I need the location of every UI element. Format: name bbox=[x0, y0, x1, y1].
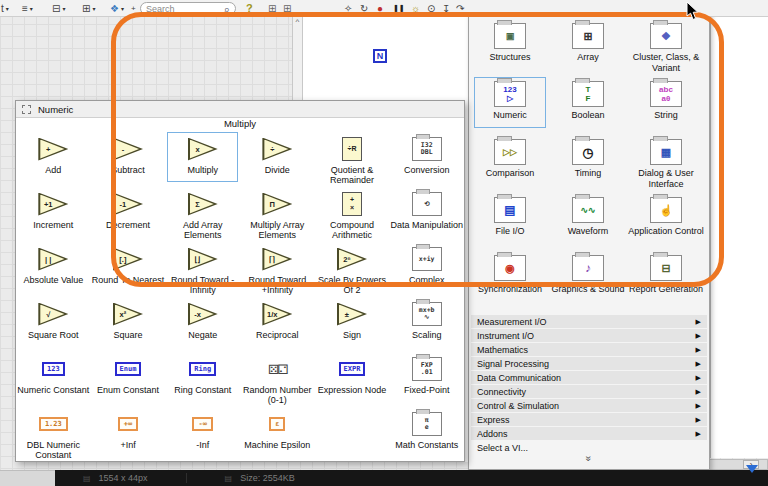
list-item-connectivity[interactable]: Connectivity▶ bbox=[471, 385, 707, 398]
timing-icon: ◷ bbox=[572, 139, 604, 165]
scroll-up-icon[interactable]: ^ bbox=[293, 17, 302, 27]
boolean-icon: T F bbox=[572, 81, 604, 107]
item-round-toward-neg-infinity[interactable]: ⌊⌋Round Toward -Infinity bbox=[165, 242, 240, 297]
item-add-array-elements[interactable]: ΣAdd Array Elements bbox=[165, 187, 240, 242]
item-decrement[interactable]: -1Decrement bbox=[91, 187, 166, 242]
font-tool-dropdown[interactable]: t▾ bbox=[1, 1, 9, 15]
graphics-sound-icon: ♪ bbox=[572, 255, 604, 281]
item-numeric-constant[interactable]: 123Numeric Constant bbox=[16, 352, 91, 407]
window-grid-icon[interactable]: ⊞ bbox=[268, 1, 276, 15]
category-array[interactable]: ⊞Array bbox=[549, 18, 627, 76]
item-conversion[interactable]: I32 DBLConversion bbox=[389, 132, 464, 187]
category-application-control[interactable]: ☝Application Control bbox=[627, 192, 705, 250]
list-item-data-communication[interactable]: Data Communication▶ bbox=[471, 371, 707, 384]
enum-constant-icon: Enum bbox=[115, 362, 142, 376]
item-multiply-array-elements[interactable]: ΠMultiply Array Elements bbox=[240, 187, 315, 242]
complex-icon: x+iy bbox=[412, 247, 442, 271]
item-minus-inf[interactable]: -∞-Inf bbox=[165, 407, 240, 462]
retain-wire-values-icon[interactable]: ⊙ bbox=[427, 1, 435, 15]
search-icon: ⌕ bbox=[224, 4, 230, 14]
category-graphics-sound[interactable]: ♪Graphics & Sound bbox=[549, 250, 627, 308]
list-item-measurement-io[interactable]: Measurement I/O▶ bbox=[471, 315, 707, 328]
item-absolute-value[interactable]: | |Absolute Value bbox=[16, 242, 91, 297]
submenu-arrow-icon: ▶ bbox=[696, 346, 701, 354]
step-into-icon[interactable]: ↧ bbox=[442, 1, 450, 15]
item-ring-constant[interactable]: RingRing Constant bbox=[165, 352, 240, 407]
item-square[interactable]: x²Square bbox=[91, 297, 166, 352]
numeric-palette-header[interactable]: Numeric bbox=[16, 101, 464, 118]
status-dark-bar: ▤ 1554 x 44px ▤ Size: 2554KB bbox=[55, 470, 768, 486]
category-numeric[interactable]: 123 ▷Numeric bbox=[471, 76, 549, 134]
item-scaling[interactable]: mx+b ∿Scaling bbox=[389, 297, 464, 352]
category-cluster-class-variant[interactable]: ❖Cluster, Class, & Variant bbox=[627, 18, 705, 76]
item-negate[interactable]: -xNegate bbox=[165, 297, 240, 352]
category-string[interactable]: abc aθString bbox=[627, 76, 705, 134]
item-add[interactable]: +Add bbox=[16, 132, 91, 187]
item-compound-arithmetic[interactable]: + ×Compound Arithmetic bbox=[315, 187, 390, 242]
list-item-instrument-io[interactable]: Instrument I/O▶ bbox=[471, 329, 707, 342]
round-toward-neg-infinity-icon: ⌊⌋ bbox=[188, 248, 218, 271]
pause-icon[interactable]: ❚❚ bbox=[393, 1, 405, 15]
category-file-io[interactable]: ▤File I/O bbox=[471, 192, 549, 250]
run-continuously-icon[interactable]: ↻ bbox=[360, 1, 368, 15]
category-boolean[interactable]: T FBoolean bbox=[549, 76, 627, 134]
dbl-numeric-constant-icon: 1.23 bbox=[39, 417, 68, 431]
item-quotient-remainder[interactable]: ÷RQuotient & Remainder bbox=[315, 132, 390, 187]
item-sign[interactable]: ±Sign bbox=[315, 297, 390, 352]
highlight-execution-icon[interactable]: ☼ bbox=[411, 1, 420, 15]
item-round-to-nearest[interactable]: [.]Round To Nearest bbox=[91, 242, 166, 297]
category-dialog-user-interface[interactable]: ▦Dialog & User Interface bbox=[627, 134, 705, 192]
category-waveform[interactable]: ∿∿Waveform bbox=[549, 192, 627, 250]
item-dbl-numeric-constant[interactable]: 1.23DBL Numeric Constant bbox=[16, 407, 91, 462]
item-scale-by-powers-of-2[interactable]: 2ⁿScale By Powers Of 2 bbox=[315, 242, 390, 297]
item-data-manipulation[interactable]: ⟲Data Manipulation bbox=[389, 187, 464, 242]
item-round-toward-pos-infinity[interactable]: ⌈⌉Round Toward +Infinity bbox=[240, 242, 315, 297]
pin-icon[interactable] bbox=[22, 105, 31, 114]
item-machine-epsilon[interactable]: εMachine Epsilon bbox=[240, 407, 315, 462]
item-expression-node[interactable]: EXPRExpression Node bbox=[315, 352, 390, 407]
reorder-dropdown[interactable]: ❖▾ bbox=[110, 1, 124, 15]
list-item-addons[interactable]: Addons▶ bbox=[471, 427, 707, 440]
list-item-express[interactable]: Express▶ bbox=[471, 413, 707, 426]
item-fixed-point[interactable]: FXP .01Fixed-Point bbox=[389, 352, 464, 407]
item-math-constants[interactable]: π eMath Constants bbox=[389, 407, 464, 462]
item-square-root[interactable]: √Square Root bbox=[16, 297, 91, 352]
abort-icon[interactable]: ● bbox=[377, 1, 383, 15]
string-icon: abc aθ bbox=[650, 81, 682, 107]
window-grid-icon-2[interactable]: ⊞ bbox=[283, 1, 291, 15]
item-multiply[interactable]: xMultiply bbox=[165, 132, 240, 187]
quotient-remainder-icon: ÷R bbox=[342, 137, 362, 161]
submenu-arrow-icon: ▶ bbox=[696, 318, 701, 326]
category-structures[interactable]: ▣Structures bbox=[471, 18, 549, 76]
list-item-signal-processing[interactable]: Signal Processing▶ bbox=[471, 357, 707, 370]
category-synchronization[interactable]: ◉Synchronization bbox=[471, 250, 549, 308]
list-item-control-simulation[interactable]: Control & Simulation▶ bbox=[471, 399, 707, 412]
category-comparison[interactable]: ▷▷Comparison bbox=[471, 134, 549, 192]
distribute-objects-dropdown[interactable]: ⊟▾ bbox=[52, 1, 65, 15]
search-input[interactable]: Search ⌕ bbox=[140, 2, 236, 15]
item-subtract[interactable]: -Subtract bbox=[91, 132, 166, 187]
step-over-icon[interactable]: ↷ bbox=[456, 1, 464, 15]
item-divide[interactable]: ÷Divide bbox=[240, 132, 315, 187]
insert-icon[interactable]: + bbox=[131, 1, 136, 15]
list-item-mathematics[interactable]: Mathematics▶ bbox=[471, 343, 707, 356]
loop-count-terminal[interactable]: N bbox=[373, 49, 387, 63]
item-random-number[interactable]: ⚄⚁Random Number (0-1) bbox=[240, 352, 315, 407]
item-increment[interactable]: +1Increment bbox=[16, 187, 91, 242]
item-reciprocal[interactable]: 1/xReciprocal bbox=[240, 297, 315, 352]
right-panel: ⌕ ? bbox=[710, 0, 768, 458]
dimensions-icon: ▤ bbox=[83, 474, 91, 483]
item-enum-constant[interactable]: EnumEnum Constant bbox=[91, 352, 166, 407]
clean-up-diagram-icon[interactable]: ✧ bbox=[344, 1, 352, 15]
palette-expand-button[interactable]: » bbox=[469, 453, 709, 464]
help-icon[interactable]: ? bbox=[246, 1, 253, 15]
item-plus-inf[interactable]: +∞+Inf bbox=[91, 407, 166, 462]
submenu-arrow-icon: ▶ bbox=[696, 416, 701, 424]
resize-objects-dropdown[interactable]: ⊞▾ bbox=[82, 1, 95, 15]
mouse-cursor-icon bbox=[686, 2, 699, 25]
category-timing[interactable]: ◷Timing bbox=[549, 134, 627, 192]
item-complex[interactable]: x+iyComplex bbox=[389, 242, 464, 297]
category-report-generation[interactable]: ⊟Report Generation bbox=[627, 250, 705, 308]
align-objects-dropdown[interactable]: ≡▾ bbox=[22, 1, 33, 15]
file-io-icon: ▤ bbox=[494, 197, 526, 223]
